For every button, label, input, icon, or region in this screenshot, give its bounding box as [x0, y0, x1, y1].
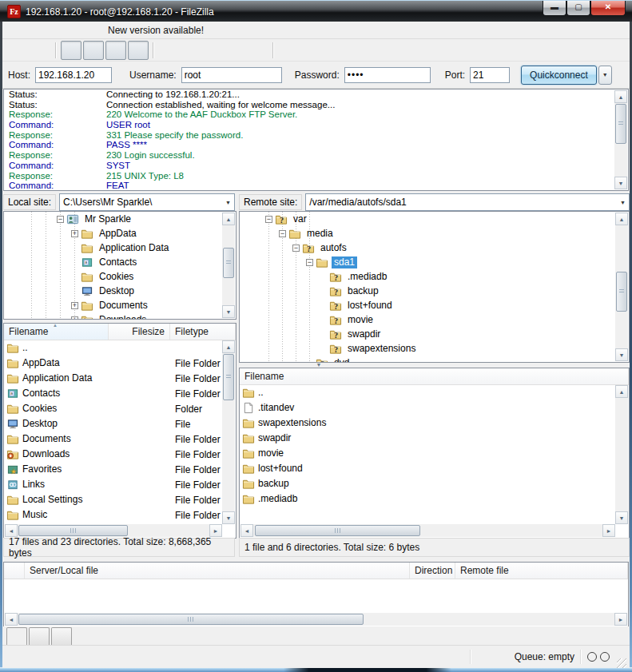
column-header-filesize[interactable]: Filesize	[109, 324, 170, 340]
pane-collapse-icon[interactable]: ▼	[316, 362, 322, 368]
swapdir[interactable]: swapdir	[240, 431, 629, 446]
combo-arrow-icon[interactable]: ▼	[617, 200, 629, 205]
scroll-up-icon[interactable]: ▲	[614, 90, 627, 103]
menu-item[interactable]	[2, 29, 17, 32]
local-tree-scrollbar[interactable]: ▲ ▼	[222, 213, 235, 318]
toggle-message-log-icon[interactable]	[61, 41, 81, 60]
site-manager-dropdown-icon[interactable]	[30, 41, 51, 60]
Application Data[interactable]: Application Data File Folder	[4, 371, 236, 386]
Local Settings[interactable]: Local Settings File Folder	[4, 492, 236, 507]
minimize-button[interactable]: ▬	[543, 1, 566, 16]
scroll-left-icon[interactable]: ◄	[5, 524, 18, 537]
remote-tree-item[interactable]: − media	[240, 226, 629, 241]
new-version-notice[interactable]: New version available!	[103, 23, 209, 38]
menu-item[interactable]	[46, 29, 60, 32]
log-scrollbar[interactable]: ▲ ▼	[614, 90, 627, 189]
site-manager-icon[interactable]	[8, 41, 29, 60]
scroll-up-icon[interactable]: ▲	[222, 340, 235, 353]
synchronized-browsing-icon[interactable]	[323, 41, 344, 60]
Music[interactable]: Music File Folder	[4, 507, 236, 523]
..[interactable]: ..	[4, 340, 236, 356]
remote-tree-item[interactable]: − sda1	[240, 255, 629, 269]
Cookies[interactable]: Cookies Folder	[4, 401, 236, 416]
scroll-down-icon[interactable]: ▼	[614, 177, 627, 189]
toggle-local-tree-icon[interactable]: L	[83, 41, 104, 60]
disconnect-icon[interactable]	[225, 41, 246, 60]
remote-directory-tree[interactable]: ▲ ▼ − ? var − media − ? autofs	[239, 211, 630, 363]
.titandev[interactable]: .titandev	[240, 400, 629, 416]
local-file-list[interactable]: ▲Filename Filesize Filetype .. AppData F…	[3, 323, 237, 539]
comparison-mode-icon[interactable]	[300, 41, 321, 60]
remote-tree-item[interactable]: ? .mediadb	[240, 269, 629, 284]
remote-tree-item[interactable]: ? lost+found	[240, 298, 629, 312]
column-header-direction[interactable]: Direction	[410, 563, 455, 579]
remote-site-select[interactable]: /var/media/autofs/sda1 ▼	[305, 193, 630, 211]
scroll-down-icon[interactable]: ▼	[615, 348, 628, 361]
column-header-server-local-file[interactable]: Server/Local file	[25, 563, 410, 579]
local-tree-item[interactable]: Application Data	[4, 241, 236, 255]
local-site-select[interactable]: C:\Users\Mr Sparkle\ ▼	[59, 193, 235, 211]
local-tree-item[interactable]: + Downloads	[4, 312, 236, 320]
tree-expander-icon[interactable]: +	[71, 230, 78, 237]
local-tree-item[interactable]: Cookies	[4, 269, 236, 284]
password-input[interactable]	[344, 67, 431, 83]
port-input[interactable]	[470, 67, 510, 83]
remote-tree-item[interactable]: ? backup	[240, 284, 629, 298]
column-header-remote-file[interactable]: Remote file	[455, 563, 628, 579]
.mediadb[interactable]: .mediadb	[240, 491, 629, 507]
scroll-up-icon[interactable]: ▲	[222, 213, 235, 225]
tree-expander-icon[interactable]: −	[279, 230, 286, 237]
..[interactable]: ..	[240, 385, 629, 400]
local-tree-item[interactable]: + Documents	[4, 298, 236, 312]
transfer-type-icon[interactable]: A	[477, 650, 491, 663]
queue-hscrollbar[interactable]: ◄ ►	[5, 613, 627, 626]
local-tree-item[interactable]: Desktop	[4, 284, 236, 298]
scroll-up-icon[interactable]: ▲	[615, 385, 628, 398]
column-header-filename[interactable]: Filename	[240, 368, 629, 384]
scroll-up-icon[interactable]: ▲	[615, 213, 628, 225]
scroll-right-icon[interactable]: ►	[209, 524, 222, 537]
Downloads[interactable]: Downloads File Folder	[4, 447, 236, 462]
local-list-vscrollbar[interactable]: ▲ ▼	[222, 340, 235, 524]
quickconnect-dropdown-icon[interactable]: ▼	[598, 66, 612, 85]
tree-expander-icon[interactable]: −	[57, 216, 64, 223]
remote-tree-item[interactable]: − ? autofs	[240, 241, 629, 255]
username-input[interactable]	[181, 67, 282, 83]
combo-arrow-icon[interactable]: ▼	[222, 200, 234, 205]
message-log[interactable]: ▲ ▼ Status:Connecting to 192.168.1.20:21…	[3, 89, 629, 191]
local-tree-item[interactable]: − Mr Sparkle	[4, 212, 236, 226]
quickconnect-button[interactable]: Quickconnect	[521, 66, 597, 85]
reconnect-icon[interactable]: R	[248, 41, 268, 60]
column-header-filename[interactable]: ▲Filename	[4, 324, 109, 340]
tree-expander-icon[interactable]: −	[306, 259, 313, 266]
Documents[interactable]: Documents File Folder	[4, 431, 236, 447]
backup[interactable]: backup	[240, 476, 629, 491]
remote-file-list[interactable]: Filename .. .titandev swapextensions swa…	[239, 368, 630, 539]
local-tree-item[interactable]: a Contacts	[4, 255, 236, 269]
scroll-right-icon[interactable]: ►	[602, 524, 615, 537]
tree-expander-icon[interactable]: −	[265, 216, 272, 223]
menu-item[interactable]	[74, 29, 89, 32]
toggle-queue-icon[interactable]: Q	[128, 41, 149, 60]
speed-limit-icon[interactable]	[495, 650, 509, 663]
Favorites[interactable]: ★Favorites File Folder	[4, 462, 236, 477]
remote-tree-item[interactable]: ? dvd	[240, 356, 629, 363]
remote-list-hscrollbar[interactable]: ◄ ►	[240, 524, 615, 537]
scroll-down-icon[interactable]: ▼	[615, 511, 628, 524]
tree-expander-icon[interactable]: +	[71, 302, 78, 309]
resize-grip[interactable]	[617, 658, 626, 668]
toggle-remote-tree-icon[interactable]: F	[105, 41, 126, 60]
remote-tree-scrollbar[interactable]: ▲ ▼	[615, 213, 628, 361]
scroll-thumb[interactable]	[223, 248, 234, 278]
cancel-icon[interactable]	[203, 41, 224, 60]
Desktop[interactable]: Desktop File	[4, 416, 236, 431]
local-directory-tree[interactable]: ▲ ▼ − Mr Sparkle + AppData Ap	[3, 211, 237, 320]
scroll-left-icon[interactable]: ◄	[240, 524, 253, 537]
scroll-left-icon[interactable]: ◄	[5, 613, 18, 626]
tree-expander-icon[interactable]: +	[71, 316, 78, 320]
Links[interactable]: Links File Folder	[4, 477, 236, 492]
scroll-thumb[interactable]	[255, 525, 420, 536]
queue-tab[interactable]	[51, 627, 72, 645]
Contacts[interactable]: aContacts File Folder	[4, 386, 236, 401]
remote-tree-item[interactable]: ? swapextensions	[240, 341, 629, 356]
